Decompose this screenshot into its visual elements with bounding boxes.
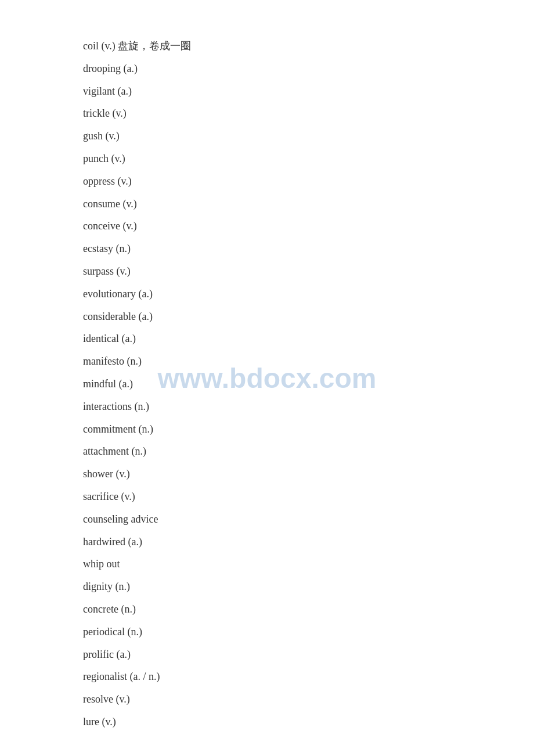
list-item: regionalist (a. / n.) <box>83 665 534 688</box>
list-item: periodical (n.) <box>83 621 534 643</box>
list-item: vigilant (a.) <box>83 80 534 103</box>
list-item: sacrifice (v.) <box>83 485 534 508</box>
word-list: coil (v.) 盘旋，卷成一圈drooping (a.)vigilant (… <box>0 0 534 756</box>
list-item: ecstasy (n.) <box>83 237 534 260</box>
list-item: punch (v.) <box>83 147 534 170</box>
list-item: whip out <box>83 553 534 575</box>
list-item: identical (a.) <box>83 327 534 350</box>
list-item: counseling advice <box>83 508 534 531</box>
list-item: drooping (a.) <box>83 57 534 80</box>
list-item: surpass (v.) <box>83 260 534 283</box>
list-item: lure (v.) <box>83 711 534 733</box>
list-item: considerable (a.) <box>83 305 534 328</box>
list-item: prolific (a.) <box>83 643 534 666</box>
list-item: resolve (v.) <box>83 688 534 711</box>
list-item: consume (v.) <box>83 193 534 215</box>
list-item: dignity (n.) <box>83 575 534 598</box>
list-item: shower (v.) <box>83 463 534 485</box>
list-item: attachment (n.) <box>83 440 534 463</box>
list-item: conceive (v.) <box>83 215 534 237</box>
list-item: mindful (a.) <box>83 373 534 395</box>
list-item: evolutionary (a.) <box>83 283 534 305</box>
list-item: gush (v.) <box>83 125 534 147</box>
list-item: coil (v.) 盘旋，卷成一圈 <box>83 35 534 57</box>
list-item: interactions (n.) <box>83 395 534 418</box>
list-item: concrete (n.) <box>83 598 534 621</box>
list-item: oppress (v.) <box>83 170 534 193</box>
list-item: hardwired (a.) <box>83 531 534 553</box>
list-item: commitment (n.) <box>83 418 534 441</box>
list-item: trickle (v.) <box>83 102 534 125</box>
list-item: manifesto (n.) <box>83 350 534 373</box>
